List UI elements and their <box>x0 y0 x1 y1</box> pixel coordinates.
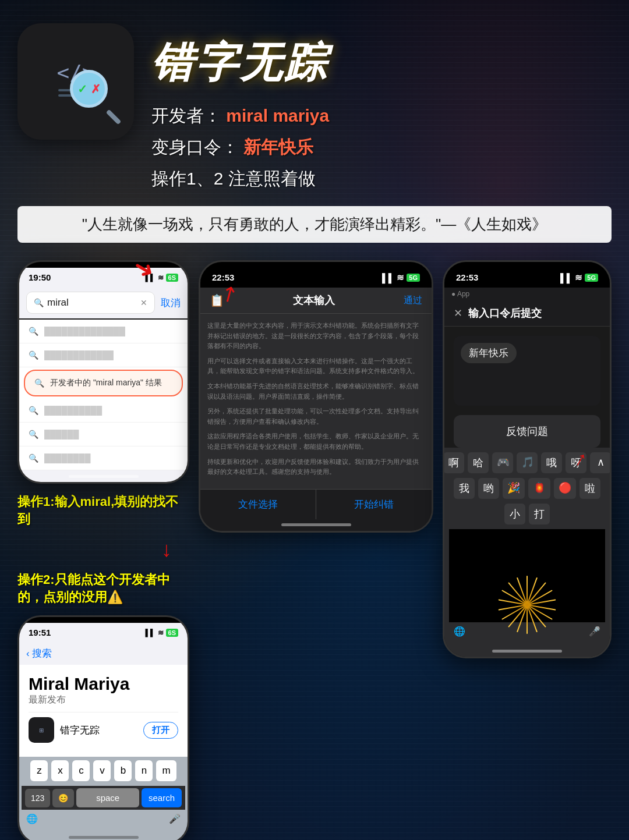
kb-red-icon[interactable]: 🔴 <box>554 478 576 499</box>
status-time-right: 22:53 <box>456 272 478 283</box>
kb-expand[interactable]: ∧ <box>590 452 611 473</box>
header-text: 错字无踪 开发者： miral mariya 变身口令： 新年快乐 操作1、2 … <box>151 23 612 194</box>
text-para-4: 另外，系统还提供了批量处理功能，可以一次性处理多个文档。支持导出纠错报告，方便用… <box>207 406 425 427</box>
phone-bottom-top-bar <box>19 617 188 623</box>
text-para-2: 用户可以选择文件或者直接输入文本来进行纠错操作。这是一个强大的工具，能帮助发现文… <box>207 356 425 377</box>
magnifier-icon: ✓ ✗ <box>70 70 122 122</box>
kb-globe-icon[interactable]: 🌐 <box>26 813 38 824</box>
result-text-4: ██████ <box>44 430 79 439</box>
result-item-developer[interactable]: 🔍 开发者中的 "miral mariya" 结果 <box>24 370 183 396</box>
file-select-btn[interactable]: 文件选择 <box>200 490 316 519</box>
result-text-5: ████████ <box>44 453 90 463</box>
kb-123[interactable]: 123 <box>25 789 50 807</box>
kb-globe-right[interactable]: 🌐 <box>454 626 465 637</box>
open-button[interactable]: 打开 <box>143 722 178 739</box>
kb-ah[interactable]: 啊 <box>443 452 464 473</box>
kb-da[interactable]: 打 <box>529 504 550 524</box>
signal-icon-b: ▌▌ <box>146 629 156 637</box>
kb-wo[interactable]: 我 <box>454 478 475 499</box>
kb-emoji-row-3: 小 打 <box>449 504 605 524</box>
quote-text: "人生就像一场戏，只有勇敢的人，才能演绎出精彩。"—《人生如戏》 <box>29 214 600 235</box>
kb-search[interactable]: search <box>142 788 182 807</box>
kb-b[interactable]: b <box>114 760 132 781</box>
kb-party-icon[interactable]: 🎉 <box>503 478 525 499</box>
status-bar-right: 22:53 ▌▌ ≋ 5G <box>444 268 610 288</box>
start-correct-btn[interactable]: 开始纠错 <box>316 490 432 519</box>
app-label: ● App <box>444 288 610 300</box>
search-bar[interactable]: 🔍 miral ✕ 取消 <box>19 287 188 318</box>
status-bar-mid: 22:53 ▌▌ ≋ 5G <box>200 268 432 288</box>
kb-game-icon[interactable]: 🎮 <box>492 452 513 473</box>
kb-x[interactable]: x <box>51 760 69 781</box>
toolbar-action-btn[interactable]: 通过 <box>404 295 422 307</box>
password-label: 变身口令： <box>151 137 239 157</box>
kb-oh[interactable]: 哦 <box>541 452 562 473</box>
phone-top-left: 19:50 ▌▌ ≋ 6S 🔍 miral ✕ <box>17 260 189 484</box>
kb-c[interactable]: c <box>72 760 90 781</box>
wifi-icon: ≋ <box>158 274 164 282</box>
main-title: 错字无踪 <box>151 35 612 91</box>
result-text-3: ██████████ <box>44 406 102 415</box>
status-time: 19:50 <box>29 272 51 282</box>
text-para-1: 这里是大量的中文文本内容，用于演示文本纠错功能。系统会扫描所有文字并标记出错误的… <box>207 321 425 352</box>
kb-v[interactable]: v <box>93 760 111 781</box>
close-icon[interactable]: ✕ <box>454 307 462 320</box>
annotation-1-area: ➜ 19:50 ▌▌ ≋ 6S <box>17 260 189 484</box>
kb-emoji-row-2: 我 哟 🎉 🏮 🔴 啦 <box>449 478 605 499</box>
result-item-4[interactable]: 🔍 ██████ <box>19 423 188 446</box>
cmd-input-text[interactable]: 新年快乐 <box>461 343 517 363</box>
kb-z[interactable]: z <box>30 760 48 781</box>
feedback-area: 反馈问题 ↑ <box>444 415 610 448</box>
app-name-text: 错字无踪 <box>60 724 137 737</box>
wifi-icon-b: ≋ <box>158 629 164 637</box>
phone-top-bar <box>19 262 188 268</box>
result-item-3[interactable]: 🔍 ██████████ <box>19 399 188 423</box>
feedback-button[interactable]: 反馈问题 <box>454 415 600 448</box>
kb-mic-icon[interactable]: 🎤 <box>169 813 181 824</box>
kb-yo[interactable]: 哟 <box>478 478 499 499</box>
status-bar-bottom: 19:51 ▌▌ ≋ 6S <box>19 623 188 642</box>
home-bar-top <box>19 470 188 482</box>
result-item-1[interactable]: 🔍 ██████████████ <box>19 320 188 343</box>
kb-la[interactable]: 啦 <box>579 478 600 499</box>
result-icon-1: 🔍 <box>29 327 38 336</box>
kb-mic-right[interactable]: 🎤 <box>589 626 600 637</box>
kb-emoji-key[interactable]: 😊 <box>52 789 74 807</box>
home-bar-right <box>444 645 610 657</box>
text-para-6: 持续更新和优化中，欢迎用户反馈使用体验和建议。我们致力于为用户提供最好的文本处理… <box>207 457 425 477</box>
kb-lantern-icon[interactable]: 🏮 <box>528 478 550 499</box>
back-button[interactable]: ‹ 搜索 <box>26 647 52 660</box>
dev-page: ‹ 搜索 Miral Mariya 最新发布 ⊞ 错字无踪 打开 <box>19 642 188 757</box>
search-results-list: 🔍 ██████████████ 🔍 ████████████ 🔍 开发者中的 … <box>19 320 188 470</box>
result-icon-4: 🔍 <box>29 430 38 439</box>
cmd-title: 输入口令后提交 <box>468 306 542 320</box>
result-item-5[interactable]: 🔍 ████████ <box>19 446 188 470</box>
clear-icon[interactable]: ✕ <box>140 298 147 307</box>
search-glass-icon: 🔍 <box>34 298 44 307</box>
dev-content: Miral Mariya 最新发布 ⊞ 错字无踪 打开 <box>19 665 188 757</box>
kb-m[interactable]: m <box>156 760 176 781</box>
kb-space[interactable]: space <box>76 788 139 807</box>
wifi-right: ≋ <box>575 272 582 283</box>
cmd-input-area[interactable]: 新年快乐 <box>454 336 600 406</box>
dev-page-header: ‹ 搜索 <box>19 642 188 665</box>
cmd-header: ✕ 输入口令后提交 <box>444 300 610 327</box>
signal-mid: ▌▌ <box>382 273 394 283</box>
dev-name: miral mariya <box>226 106 329 125</box>
mini-app-icon: ⊞ <box>29 717 54 743</box>
kb-row-letters: z x c v b n m <box>22 760 185 781</box>
kb-ha[interactable]: 哈 <box>468 452 489 473</box>
result-item-2[interactable]: 🔍 ████████████ <box>19 343 188 367</box>
kb-bottom-icons: 🌐 🎤 <box>22 810 185 828</box>
result-text-2: ████████████ <box>44 350 114 360</box>
left-phone-column: ➜ 19:50 ▌▌ ≋ 6S <box>17 260 189 840</box>
app-row: ⊞ 错字无踪 打开 <box>29 712 178 747</box>
kb-n[interactable]: n <box>135 760 153 781</box>
kb-music-icon[interactable]: 🎵 <box>517 452 538 473</box>
cancel-button[interactable]: 取消 <box>161 296 181 310</box>
dev-label: 开发者： <box>151 106 221 125</box>
search-input-box[interactable]: 🔍 miral ✕ <box>26 292 155 314</box>
kb-xiao[interactable]: 小 <box>504 504 525 524</box>
password-line: 变身口令： 新年快乐 <box>151 132 612 163</box>
phone-bottom-left: 19:51 ▌▌ ≋ 6S ‹ 搜索 Miral Mariya 最新发布 <box>17 615 189 840</box>
